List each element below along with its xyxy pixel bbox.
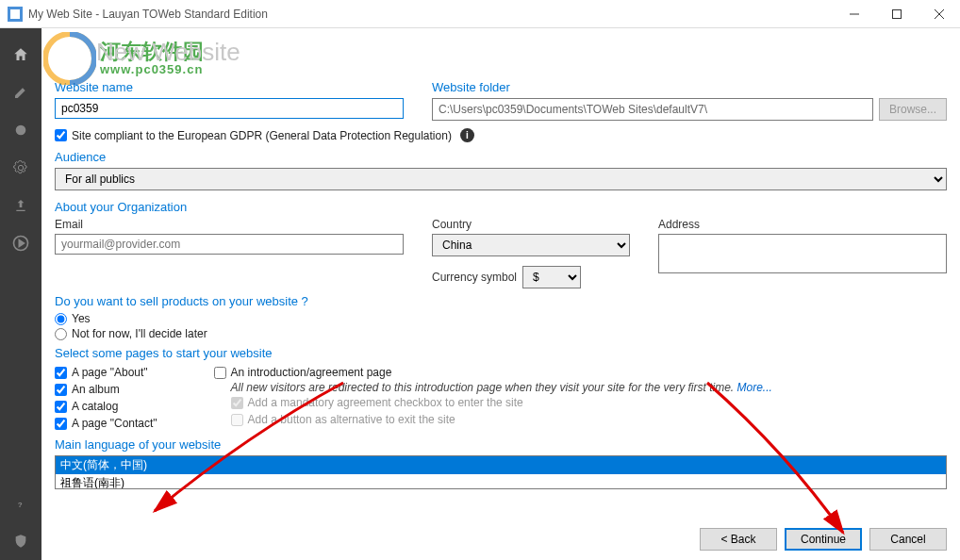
back-button[interactable]: < Back: [700, 528, 777, 551]
sidebar-settings-icon[interactable]: [0, 149, 41, 187]
sidebar-upload-icon[interactable]: [0, 187, 41, 224]
gdpr-checkbox[interactable]: [55, 129, 67, 141]
lang-option-1[interactable]: 祖鲁语(南非): [56, 474, 946, 489]
address-textarea[interactable]: [658, 234, 947, 273]
svg-rect-1: [892, 9, 901, 18]
org-heading: About your Organization: [55, 200, 947, 214]
browse-button[interactable]: Browse...: [879, 98, 947, 121]
page-about-checkbox[interactable]: [55, 367, 67, 379]
titlebar: My Web Site - Lauyan TOWeb Standard Edit…: [0, 0, 960, 28]
country-label: Country: [432, 218, 630, 231]
page-title: New Website: [96, 38, 947, 67]
page-catalog-checkbox[interactable]: [55, 401, 67, 413]
page-album-checkbox[interactable]: [55, 384, 67, 396]
svg-text:?: ?: [18, 501, 23, 509]
intro-hint: All new visitors are redirected to this …: [231, 381, 735, 394]
currency-select[interactable]: $: [522, 266, 581, 288]
sidebar-shield-icon[interactable]: [0, 522, 41, 560]
website-folder-label: Website folder: [432, 80, 947, 94]
cancel-button[interactable]: Cancel: [869, 528, 947, 551]
info-icon[interactable]: i: [460, 128, 474, 142]
language-listbox[interactable]: 中文(简体，中国) 祖鲁语(南非): [55, 455, 947, 489]
lang-heading: Main language of your website: [55, 437, 947, 452]
window-title: My Web Site - Lauyan TOWeb Standard Edit…: [28, 8, 833, 21]
sidebar-edit-icon[interactable]: [0, 74, 41, 111]
website-folder-input[interactable]: [432, 98, 873, 121]
page-contact-checkbox[interactable]: [55, 418, 67, 430]
continue-button[interactable]: Continue: [785, 528, 862, 551]
page-intro-checkbox[interactable]: [214, 367, 226, 379]
email-field[interactable]: [55, 234, 404, 255]
audience-select[interactable]: For all publics: [55, 168, 947, 190]
sidebar-theme-icon[interactable]: [0, 111, 41, 149]
exitbtn-checkbox: [231, 414, 243, 426]
svg-point-2: [16, 125, 26, 136]
sidebar-home-icon[interactable]: [0, 36, 41, 74]
mandatory-checkbox: [231, 397, 243, 409]
country-select[interactable]: China: [432, 234, 630, 256]
sidebar: ?: [0, 28, 41, 560]
maximize-button[interactable]: [875, 0, 918, 27]
audience-label: Audience: [55, 150, 947, 164]
sidebar-preview-icon[interactable]: [0, 224, 41, 262]
currency-label: Currency symbol: [432, 271, 517, 284]
gdpr-label: Site compliant to the European GDPR (Gen…: [72, 129, 452, 142]
address-label: Address: [658, 218, 947, 231]
app-icon: [8, 7, 23, 22]
sell-heading: Do you want to sell products on your web…: [55, 294, 947, 308]
website-name-label: Website name: [55, 80, 404, 94]
email-label: Email: [55, 218, 404, 231]
sidebar-help-icon[interactable]: ?: [0, 485, 41, 522]
pages-heading: Select some pages to start your website: [55, 346, 947, 360]
sell-yes-radio[interactable]: [55, 313, 67, 325]
close-button[interactable]: [918, 0, 960, 27]
sell-no-radio[interactable]: [55, 328, 67, 340]
website-name-input[interactable]: [55, 98, 404, 119]
more-link[interactable]: More...: [737, 381, 772, 394]
minimize-button[interactable]: [833, 0, 875, 27]
lang-option-0[interactable]: 中文(简体，中国): [56, 456, 946, 474]
